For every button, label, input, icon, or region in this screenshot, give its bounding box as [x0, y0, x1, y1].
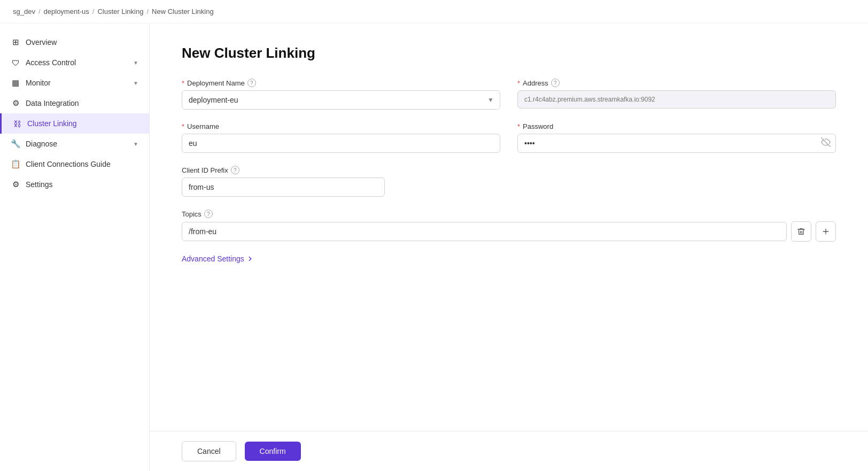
form-row-1: * Deployment Name ? deployment-eu deploy… [182, 79, 836, 110]
sidebar-item-label: Diagnose [26, 140, 57, 148]
overview-icon: ⊞ [11, 37, 20, 47]
required-star: * [182, 122, 184, 130]
sidebar-item-label: Client Connections Guide [26, 160, 111, 168]
deployment-name-help-icon[interactable]: ? [247, 79, 256, 87]
sidebar-item-label: Monitor [26, 79, 51, 87]
sidebar-item-label: Cluster Linking [27, 119, 77, 128]
client-id-prefix-group: Client ID Prefix ? [182, 166, 385, 197]
sidebar-item-diagnose[interactable]: 🔧 Diagnose ▼ [0, 134, 149, 154]
topics-row [182, 221, 836, 242]
address-help-icon[interactable]: ? [551, 79, 560, 87]
sidebar-item-access-control[interactable]: 🛡 Access Control ▼ [0, 52, 149, 73]
sidebar-item-label: Data Integration [26, 99, 79, 107]
sidebar-item-label: Access Control [26, 58, 76, 67]
deployment-name-group: * Deployment Name ? deployment-eu deploy… [182, 79, 500, 110]
settings-icon: ⚙ [11, 180, 20, 189]
content-area: New Cluster Linking * Deployment Name ? … [150, 24, 868, 471]
client-id-prefix-help-icon[interactable]: ? [231, 166, 239, 174]
cluster-linking-icon: ⛓ [12, 119, 22, 128]
client-id-prefix-label: Client ID Prefix ? [182, 166, 385, 174]
sidebar-item-label: Settings [26, 180, 53, 189]
delete-topic-button[interactable] [791, 221, 811, 242]
client-id-prefix-input[interactable] [182, 177, 385, 197]
sidebar-item-data-integration[interactable]: ⚙ Data Integration [0, 93, 149, 113]
username-group: * Username [182, 122, 500, 153]
advanced-settings-link[interactable]: Advanced Settings [182, 254, 836, 263]
breadcrumb-item-4: New Cluster Linking [152, 7, 214, 16]
topics-input[interactable] [182, 222, 787, 241]
deployment-name-select[interactable]: deployment-eu deployment-us deployment-a… [182, 90, 500, 110]
chevron-down-icon: ▼ [133, 141, 138, 147]
address-input[interactable] [517, 90, 836, 109]
sidebar-item-settings[interactable]: ⚙ Settings [0, 174, 149, 195]
breadcrumb-sep-3: / [146, 7, 149, 16]
topics-help-icon[interactable]: ? [204, 210, 213, 218]
deployment-name-select-wrapper: deployment-eu deployment-us deployment-a… [182, 90, 500, 110]
breadcrumb-item-2[interactable]: deployment-us [44, 7, 89, 16]
breadcrumb: sg_dev / deployment-us / Cluster Linking… [0, 0, 868, 24]
sidebar-item-cluster-linking[interactable]: ⛓ Cluster Linking [0, 113, 149, 134]
diagnose-icon: 🔧 [11, 139, 20, 149]
breadcrumb-item-3[interactable]: Cluster Linking [97, 7, 143, 16]
username-input[interactable] [182, 134, 500, 153]
form-row-2: * Username * Password [182, 122, 836, 153]
form-row-3: Client ID Prefix ? [182, 166, 836, 197]
confirm-button[interactable]: Confirm [245, 442, 301, 461]
add-topic-button[interactable] [816, 221, 836, 242]
monitor-icon: ▦ [11, 78, 20, 88]
chevron-down-icon: ▼ [133, 80, 138, 86]
sidebar-item-overview[interactable]: ⊞ Overview [0, 32, 149, 52]
password-group: * Password [517, 122, 836, 153]
address-label: * Address ? [517, 79, 836, 87]
cancel-button[interactable]: Cancel [182, 441, 236, 461]
deployment-name-label: * Deployment Name ? [182, 79, 500, 87]
sidebar-item-label: Overview [26, 38, 57, 47]
sidebar: ⊞ Overview 🛡 Access Control ▼ ▦ Monitor … [0, 24, 150, 471]
breadcrumb-sep-1: / [38, 7, 41, 16]
client-connections-guide-icon: 📋 [11, 159, 20, 169]
access-control-icon: 🛡 [11, 58, 20, 67]
required-star: * [182, 79, 184, 87]
sidebar-item-client-connections-guide[interactable]: 📋 Client Connections Guide [0, 154, 149, 174]
password-input[interactable] [517, 134, 836, 153]
breadcrumb-sep-2: / [92, 7, 95, 16]
topics-group: Topics ? [182, 210, 836, 242]
required-star: * [517, 122, 520, 130]
address-group: * Address ? [517, 79, 836, 110]
sidebar-item-monitor[interactable]: ▦ Monitor ▼ [0, 73, 149, 93]
content-scroll: New Cluster Linking * Deployment Name ? … [150, 24, 868, 431]
breadcrumb-item-1[interactable]: sg_dev [13, 7, 35, 16]
data-integration-icon: ⚙ [11, 98, 20, 108]
footer-bar: Cancel Confirm [150, 431, 868, 471]
page-title: New Cluster Linking [182, 45, 836, 61]
topics-label: Topics ? [182, 210, 836, 218]
password-label: * Password [517, 122, 836, 130]
username-label: * Username [182, 122, 500, 130]
required-star: * [517, 79, 520, 87]
chevron-down-icon: ▼ [133, 60, 138, 66]
password-visibility-toggle-icon[interactable] [821, 137, 831, 149]
password-wrapper [517, 134, 836, 153]
